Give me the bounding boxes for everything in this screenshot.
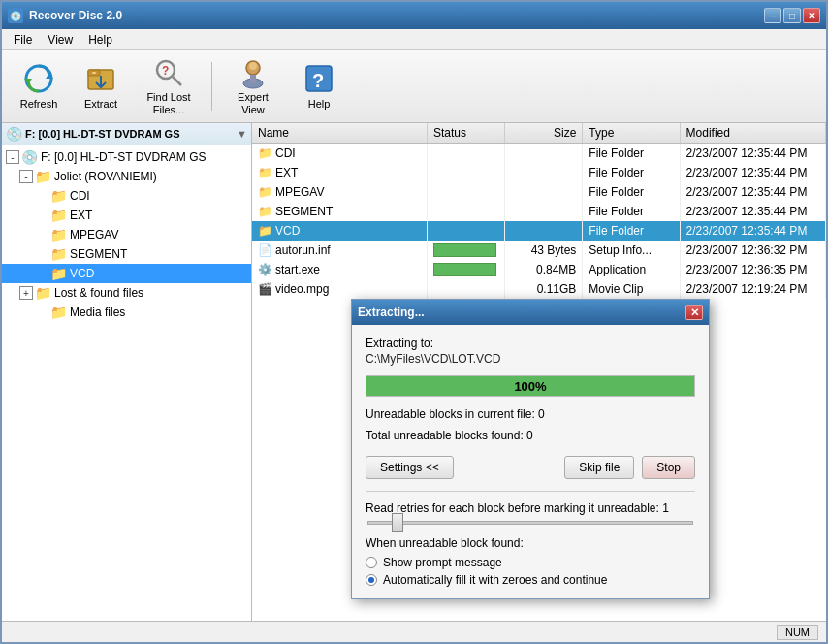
file-icon: 📁 (258, 166, 272, 179)
menu-file[interactable]: File (6, 31, 40, 48)
file-modified: 2/23/2007 12:19:24 PM (680, 279, 825, 299)
file-status (427, 241, 504, 260)
tree-label-ext: EXT (70, 209, 92, 222)
file-icon: 📁 (258, 224, 272, 238)
help-button[interactable]: ? Help (290, 55, 348, 117)
tree-label-cdi: CDI (70, 189, 90, 203)
file-name: CDI (275, 146, 296, 160)
col-name[interactable]: Name (252, 123, 427, 144)
skip-file-button[interactable]: Skip file (564, 456, 634, 479)
radio-fill-zeroes[interactable]: Automatically fill it with zeroes and co… (366, 573, 695, 587)
table-row[interactable]: 🎬video.mpg0.11GBMovie Clip2/23/2007 12:1… (252, 279, 826, 299)
radio-show-prompt-label: Show prompt message (383, 556, 502, 569)
file-size: 43 Bytes (505, 241, 583, 260)
tree-folder-icon-media: 📁 (50, 305, 67, 320)
tree-item-joliet[interactable]: - 📁 Joliet (ROVANIEMI) (2, 167, 251, 186)
tree-expand-lost[interactable]: + (19, 286, 33, 300)
file-modified: 2/23/2007 12:35:44 PM (680, 221, 825, 241)
tree-label-vcd: VCD (70, 267, 94, 280)
minimize-button[interactable]: ─ (764, 8, 781, 23)
table-row[interactable]: 📁CDIFile Folder2/23/2007 12:35:44 PM (252, 144, 826, 163)
tree-item-ext[interactable]: 📁 EXT (2, 206, 251, 225)
refresh-button[interactable]: Refresh (10, 55, 68, 117)
toolbar: Refresh Extract ? Find Lost (2, 50, 826, 123)
file-icon: ⚙️ (258, 263, 272, 276)
settings-button[interactable]: Settings << (366, 456, 454, 479)
dialog-body: Extracting to: C:\MyFiles\VCD\LOT.VCD 10… (352, 325, 709, 598)
menu-view[interactable]: View (40, 31, 80, 48)
stat-current: Unreadable blocks in current file: 0 (366, 404, 695, 426)
expert-view-label: Expert View (225, 91, 281, 116)
col-size[interactable]: Size (505, 123, 583, 144)
file-icon: 📄 (258, 243, 272, 257)
radio-show-prompt[interactable]: Show prompt message (366, 556, 695, 569)
maximize-button[interactable]: □ (783, 8, 801, 23)
menu-bar: File View Help (2, 29, 826, 50)
file-size (505, 182, 583, 202)
table-row[interactable]: 📁MPEGAVFile Folder2/23/2007 12:35:44 PM (252, 182, 826, 202)
table-row[interactable]: ⚙️start.exe0.84MBApplication2/23/2007 12… (252, 260, 826, 279)
file-modified: 2/23/2007 12:35:44 PM (680, 144, 825, 163)
tree-item-mpegav[interactable]: 📁 MPEGAV (2, 225, 251, 244)
drive-selector[interactable]: 💿 F: [0.0] HL-DT-ST DVDRAM GS ▼ (2, 123, 251, 145)
col-status[interactable]: Status (427, 123, 504, 144)
file-type: Setup Info... (583, 241, 680, 260)
extract-button[interactable]: Extract (72, 55, 130, 117)
dialog-action-buttons: Settings << Skip file Stop (366, 456, 695, 479)
stop-button[interactable]: Stop (642, 456, 695, 479)
extracting-to-label: Extracting to: (366, 337, 695, 350)
tree-item-segment[interactable]: 📁 SEGMENT (2, 244, 251, 264)
file-table-header: Name Status Size Type Modified (252, 123, 826, 144)
table-row[interactable]: 📁VCDFile Folder2/23/2007 12:35:44 PM (252, 221, 826, 241)
tree-label-lost: Lost & found files (54, 286, 143, 300)
tree-item-vcd[interactable]: 📁 VCD (2, 264, 251, 283)
tree-expand-joliet[interactable]: - (19, 170, 33, 183)
expert-view-icon (236, 56, 271, 89)
file-table: Name Status Size Type Modified 📁CDIFile … (252, 123, 826, 299)
svg-line-7 (173, 77, 181, 85)
tree-item-media[interactable]: 📁 Media files (2, 303, 251, 322)
tree-folder-icon-cdi: 📁 (50, 188, 67, 204)
close-button[interactable]: ✕ (803, 8, 820, 23)
find-lost-button[interactable]: ? Find Lost Files... (134, 55, 204, 117)
tree-expand-root[interactable]: - (6, 150, 19, 164)
file-icon: 🎬 (258, 282, 272, 296)
table-row[interactable]: 📁EXTFile Folder2/23/2007 12:35:44 PM (252, 163, 826, 182)
file-modified: 2/23/2007 12:36:35 PM (680, 260, 825, 279)
file-icon: 📁 (258, 146, 272, 160)
table-row[interactable]: 📄autorun.inf43 BytesSetup Info...2/23/20… (252, 241, 826, 260)
file-name: video.mpg (275, 282, 329, 296)
file-size: 0.84MB (505, 260, 583, 279)
radio-fill-zeroes-btn[interactable] (366, 574, 377, 586)
expert-view-button[interactable]: Expert View (220, 55, 286, 117)
file-modified: 2/23/2007 12:35:44 PM (680, 182, 825, 202)
file-type: File Folder (583, 221, 680, 241)
drive-label: F: [0.0] HL-DT-ST DVDRAM GS (25, 128, 180, 140)
refresh-label: Refresh (20, 98, 58, 111)
col-modified[interactable]: Modified (680, 123, 825, 144)
tree-item-lost-found[interactable]: + 📁 Lost & found files (2, 283, 251, 303)
tree-item-cdi[interactable]: 📁 CDI (2, 186, 251, 206)
radio-show-prompt-btn[interactable] (366, 557, 377, 568)
file-modified: 2/23/2007 12:35:44 PM (680, 163, 825, 182)
table-row[interactable]: 📁SEGMENTFile Folder2/23/2007 12:35:44 PM (252, 202, 826, 221)
file-name: start.exe (275, 263, 320, 276)
drive-cd-icon: 💿 (6, 126, 22, 142)
file-status (427, 182, 504, 202)
extracting-dialog: Extracting... ✕ Extracting to: C:\MyFile… (351, 299, 710, 599)
tree-folder-icon-segment: 📁 (50, 246, 67, 262)
menu-help[interactable]: Help (80, 31, 120, 48)
left-panel: 💿 F: [0.0] HL-DT-ST DVDRAM GS ▼ - 💿 F: [… (2, 123, 252, 621)
dialog-stats: Unreadable blocks in current file: 0 Tot… (366, 404, 695, 446)
slider-thumb[interactable] (392, 513, 403, 532)
dialog-close-button[interactable]: ✕ (685, 305, 703, 320)
tree-item-root-drive[interactable]: - 💿 F: [0.0] HL-DT-ST DVDRAM GS (2, 147, 251, 167)
find-lost-icon: ? (151, 56, 186, 89)
retries-slider[interactable] (367, 521, 693, 525)
svg-point-10 (249, 62, 257, 70)
file-status (427, 260, 504, 279)
svg-rect-12 (250, 75, 256, 83)
drive-dropdown-arrow[interactable]: ▼ (237, 128, 247, 140)
col-type[interactable]: Type (583, 123, 680, 144)
file-size (505, 144, 583, 163)
